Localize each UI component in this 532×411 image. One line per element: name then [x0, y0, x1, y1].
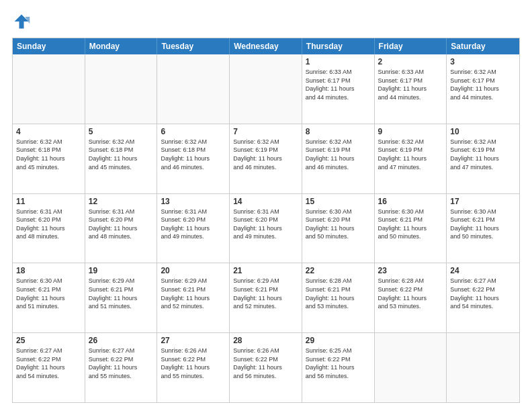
- page-header: [12, 12, 520, 31]
- day-number: 19: [89, 266, 154, 275]
- day-cell-11: 11Sunrise: 6:31 AM Sunset: 6:20 PM Dayli…: [13, 194, 85, 263]
- day-number: 10: [450, 127, 516, 136]
- day-cell-15: 15Sunrise: 6:30 AM Sunset: 6:20 PM Dayli…: [302, 194, 375, 263]
- day-number: 4: [16, 127, 81, 136]
- header-day-saturday: Saturday: [447, 38, 519, 54]
- day-info: Sunrise: 6:32 AM Sunset: 6:18 PM Dayligh…: [89, 138, 154, 171]
- day-cell-7: 7Sunrise: 6:32 AM Sunset: 6:19 PM Daylig…: [230, 124, 302, 193]
- day-info: Sunrise: 6:29 AM Sunset: 6:21 PM Dayligh…: [161, 277, 226, 310]
- day-info: Sunrise: 6:32 AM Sunset: 6:18 PM Dayligh…: [161, 138, 226, 171]
- day-number: 2: [378, 57, 443, 66]
- day-number: 28: [233, 336, 298, 345]
- day-cell-10: 10Sunrise: 6:32 AM Sunset: 6:19 PM Dayli…: [447, 124, 519, 193]
- day-cell-5: 5Sunrise: 6:32 AM Sunset: 6:18 PM Daylig…: [85, 124, 158, 193]
- day-info: Sunrise: 6:33 AM Sunset: 6:17 PM Dayligh…: [378, 68, 443, 101]
- empty-cell: [447, 333, 519, 402]
- day-cell-19: 19Sunrise: 6:29 AM Sunset: 6:21 PM Dayli…: [85, 263, 158, 332]
- calendar-row-3: 11Sunrise: 6:31 AM Sunset: 6:20 PM Dayli…: [13, 193, 519, 263]
- day-number: 12: [89, 197, 154, 206]
- day-cell-16: 16Sunrise: 6:30 AM Sunset: 6:21 PM Dayli…: [375, 194, 447, 263]
- day-cell-1: 1Sunrise: 6:33 AM Sunset: 6:17 PM Daylig…: [302, 54, 375, 124]
- day-number: 18: [16, 266, 81, 275]
- day-cell-23: 23Sunrise: 6:28 AM Sunset: 6:22 PM Dayli…: [375, 263, 447, 332]
- day-cell-20: 20Sunrise: 6:29 AM Sunset: 6:21 PM Dayli…: [157, 263, 230, 332]
- header-day-sunday: Sunday: [13, 38, 85, 54]
- day-info: Sunrise: 6:30 AM Sunset: 6:21 PM Dayligh…: [16, 277, 81, 310]
- day-cell-3: 3Sunrise: 6:32 AM Sunset: 6:17 PM Daylig…: [447, 54, 519, 124]
- empty-cell: [375, 333, 447, 402]
- day-number: 1: [306, 57, 371, 66]
- header-day-wednesday: Wednesday: [230, 38, 302, 54]
- day-number: 5: [89, 127, 154, 136]
- day-info: Sunrise: 6:32 AM Sunset: 6:17 PM Dayligh…: [450, 68, 516, 101]
- day-number: 29: [306, 336, 371, 345]
- day-number: 11: [16, 197, 81, 206]
- day-info: Sunrise: 6:26 AM Sunset: 6:22 PM Dayligh…: [161, 347, 226, 380]
- empty-cell: [230, 54, 302, 124]
- day-info: Sunrise: 6:29 AM Sunset: 6:21 PM Dayligh…: [233, 277, 298, 310]
- day-info: Sunrise: 6:29 AM Sunset: 6:21 PM Dayligh…: [89, 277, 154, 310]
- day-cell-4: 4Sunrise: 6:32 AM Sunset: 6:18 PM Daylig…: [13, 124, 85, 193]
- day-cell-18: 18Sunrise: 6:30 AM Sunset: 6:21 PM Dayli…: [13, 263, 85, 332]
- day-cell-27: 27Sunrise: 6:26 AM Sunset: 6:22 PM Dayli…: [157, 333, 230, 402]
- day-info: Sunrise: 6:32 AM Sunset: 6:19 PM Dayligh…: [306, 138, 371, 171]
- day-info: Sunrise: 6:28 AM Sunset: 6:21 PM Dayligh…: [306, 277, 371, 310]
- day-cell-12: 12Sunrise: 6:31 AM Sunset: 6:20 PM Dayli…: [85, 194, 158, 263]
- day-number: 17: [450, 197, 516, 206]
- day-cell-25: 25Sunrise: 6:27 AM Sunset: 6:22 PM Dayli…: [13, 333, 85, 402]
- day-number: 26: [89, 336, 154, 345]
- calendar-row-5: 25Sunrise: 6:27 AM Sunset: 6:22 PM Dayli…: [13, 332, 519, 402]
- day-info: Sunrise: 6:30 AM Sunset: 6:21 PM Dayligh…: [450, 208, 516, 241]
- day-number: 16: [378, 197, 443, 206]
- calendar-row-1: 1Sunrise: 6:33 AM Sunset: 6:17 PM Daylig…: [13, 54, 519, 124]
- header-day-tuesday: Tuesday: [157, 38, 230, 54]
- day-info: Sunrise: 6:25 AM Sunset: 6:22 PM Dayligh…: [306, 347, 371, 380]
- day-number: 23: [378, 266, 443, 275]
- day-info: Sunrise: 6:27 AM Sunset: 6:22 PM Dayligh…: [16, 347, 81, 380]
- header-day-friday: Friday: [375, 38, 447, 54]
- day-info: Sunrise: 6:32 AM Sunset: 6:19 PM Dayligh…: [378, 138, 443, 171]
- day-info: Sunrise: 6:31 AM Sunset: 6:20 PM Dayligh…: [89, 208, 154, 241]
- day-info: Sunrise: 6:31 AM Sunset: 6:20 PM Dayligh…: [161, 208, 226, 241]
- day-number: 14: [233, 197, 298, 206]
- day-info: Sunrise: 6:28 AM Sunset: 6:22 PM Dayligh…: [378, 277, 443, 310]
- logo-icon: [12, 12, 31, 31]
- empty-cell: [85, 54, 158, 124]
- day-info: Sunrise: 6:30 AM Sunset: 6:20 PM Dayligh…: [306, 208, 371, 241]
- day-number: 24: [450, 266, 516, 275]
- day-info: Sunrise: 6:32 AM Sunset: 6:18 PM Dayligh…: [16, 138, 81, 171]
- day-cell-22: 22Sunrise: 6:28 AM Sunset: 6:21 PM Dayli…: [302, 263, 375, 332]
- day-cell-28: 28Sunrise: 6:26 AM Sunset: 6:22 PM Dayli…: [230, 333, 302, 402]
- day-cell-6: 6Sunrise: 6:32 AM Sunset: 6:18 PM Daylig…: [157, 124, 230, 193]
- day-info: Sunrise: 6:31 AM Sunset: 6:20 PM Dayligh…: [16, 208, 81, 241]
- day-cell-2: 2Sunrise: 6:33 AM Sunset: 6:17 PM Daylig…: [375, 54, 447, 124]
- day-number: 21: [233, 266, 298, 275]
- day-number: 20: [161, 266, 226, 275]
- day-number: 6: [161, 127, 226, 136]
- day-info: Sunrise: 6:31 AM Sunset: 6:20 PM Dayligh…: [233, 208, 298, 241]
- day-cell-26: 26Sunrise: 6:27 AM Sunset: 6:22 PM Dayli…: [85, 333, 158, 402]
- logo: [12, 12, 34, 31]
- calendar: SundayMondayTuesdayWednesdayThursdayFrid…: [12, 38, 520, 403]
- day-info: Sunrise: 6:27 AM Sunset: 6:22 PM Dayligh…: [89, 347, 154, 380]
- day-number: 9: [378, 127, 443, 136]
- day-info: Sunrise: 6:26 AM Sunset: 6:22 PM Dayligh…: [233, 347, 298, 380]
- day-number: 8: [306, 127, 371, 136]
- header-day-thursday: Thursday: [302, 38, 375, 54]
- day-info: Sunrise: 6:30 AM Sunset: 6:21 PM Dayligh…: [378, 208, 443, 241]
- calendar-body: 1Sunrise: 6:33 AM Sunset: 6:17 PM Daylig…: [13, 54, 519, 402]
- day-cell-24: 24Sunrise: 6:27 AM Sunset: 6:22 PM Dayli…: [447, 263, 519, 332]
- day-cell-21: 21Sunrise: 6:29 AM Sunset: 6:21 PM Dayli…: [230, 263, 302, 332]
- day-info: Sunrise: 6:32 AM Sunset: 6:19 PM Dayligh…: [233, 138, 298, 171]
- day-number: 3: [450, 57, 516, 66]
- day-number: 13: [161, 197, 226, 206]
- day-number: 22: [306, 266, 371, 275]
- day-cell-8: 8Sunrise: 6:32 AM Sunset: 6:19 PM Daylig…: [302, 124, 375, 193]
- empty-cell: [13, 54, 85, 124]
- day-number: 27: [161, 336, 226, 345]
- day-info: Sunrise: 6:33 AM Sunset: 6:17 PM Dayligh…: [306, 68, 371, 101]
- day-cell-17: 17Sunrise: 6:30 AM Sunset: 6:21 PM Dayli…: [447, 194, 519, 263]
- day-number: 7: [233, 127, 298, 136]
- calendar-header: SundayMondayTuesdayWednesdayThursdayFrid…: [13, 38, 519, 54]
- svg-marker-0: [15, 15, 29, 29]
